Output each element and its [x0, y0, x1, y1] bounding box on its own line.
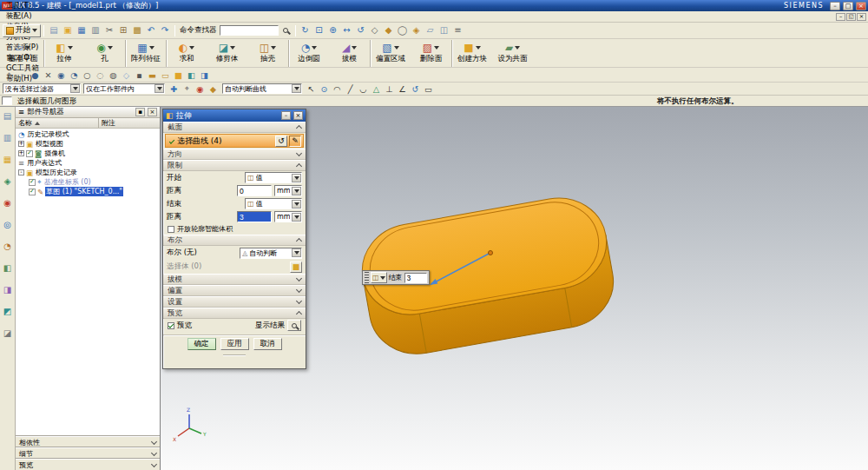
minimize-button[interactable]: – — [830, 2, 840, 10]
roles-icon[interactable]: ◩ — [2, 306, 14, 317]
arc-up-icon[interactable]: ◠ — [331, 83, 344, 95]
dropdown-arrow-icon[interactable] — [230, 46, 235, 50]
select-body-cube-icon[interactable]: ■ — [290, 261, 302, 273]
reverse-direction-button[interactable]: ↺ — [275, 136, 287, 147]
dialog-resize-grip[interactable] — [163, 353, 306, 357]
arc-center-icon[interactable]: ◉ — [55, 69, 68, 81]
select-body-row[interactable]: 选择体 (0) ■ — [163, 260, 306, 274]
tree-expand-toggle[interactable]: - — [18, 169, 24, 175]
wireframe-icon[interactable]: ◯ — [396, 24, 410, 37]
angle-icon[interactable]: ∠ — [396, 83, 409, 95]
mid-point-icon[interactable]: ● — [29, 69, 42, 81]
dropdown-arrow-icon[interactable] — [68, 46, 73, 50]
section-header-boolean[interactable]: 布尔 — [163, 235, 306, 246]
section-header-direction[interactable]: 方向 — [163, 149, 306, 160]
column-note[interactable]: 附注 — [99, 118, 160, 128]
web-browser-icon[interactable]: ◎ — [2, 219, 14, 230]
mdi-close-button[interactable]: × — [857, 13, 866, 21]
combo-arrow-icon[interactable] — [292, 248, 301, 257]
existing-point-icon[interactable]: ○ — [81, 69, 94, 81]
part-navigator-header[interactable]: ≡ 部件导航器 ▪ × — [16, 107, 160, 118]
curve-rule-combo[interactable]: 自动判断曲线 — [222, 83, 302, 94]
rotate-icon[interactable]: ↺ — [409, 83, 422, 95]
dropdown-arrow-icon[interactable] — [312, 46, 317, 50]
panel-menu-icon[interactable]: ≡ — [18, 108, 24, 116]
command-finder-search-icon[interactable] — [279, 24, 293, 36]
trim-body-button[interactable]: ◪ 修剪体 — [207, 40, 247, 67]
perspective-icon[interactable]: ◇ — [368, 24, 382, 37]
boolean-combo[interactable]: ◬ 自动判断 — [240, 248, 302, 259]
end-option-combo[interactable]: ◫ 值 — [245, 198, 302, 209]
section-header-offset[interactable]: 偏置 — [163, 285, 306, 296]
quadrant-icon[interactable]: ◔ — [68, 69, 81, 81]
tree-expand-toggle[interactable]: + — [18, 141, 24, 147]
menu-item[interactable]: 工具(T) — [2, 1, 43, 11]
arc-down-icon[interactable]: ◡ — [357, 83, 370, 95]
mdi-minimize-button[interactable]: – — [836, 13, 845, 21]
tree-checkbox[interactable]: ✓ — [26, 150, 33, 157]
refresh-icon[interactable]: ↻ — [299, 24, 312, 37]
make-coplanar-button[interactable]: ▰ 设为共面 — [492, 40, 533, 67]
dropdown-arrow-icon[interactable] — [189, 46, 194, 50]
triangle-icon[interactable]: △ — [370, 83, 383, 95]
save-icon[interactable]: ▦ — [75, 24, 89, 37]
shaded-icon[interactable]: ◆ — [382, 24, 396, 37]
dropdown-arrow-icon[interactable] — [149, 46, 155, 50]
tree-row[interactable]: ✓ ⌖ 基准坐标系 (0) — [16, 177, 160, 187]
shaded-edges-icon[interactable]: ◈ — [410, 24, 424, 37]
tree-expand-toggle[interactable]: + — [18, 150, 24, 156]
preview-checkbox[interactable] — [168, 322, 174, 329]
section-header-preview[interactable]: 预览 — [163, 308, 306, 319]
show-result-button[interactable] — [287, 320, 301, 331]
start-distance-input[interactable] — [237, 185, 272, 196]
filter-face-icon[interactable]: ◆ — [207, 83, 220, 95]
start-menu-button[interactable]: 开始 — [3, 24, 41, 37]
dropdown-arrow-icon[interactable] — [352, 46, 357, 50]
component-icon[interactable]: ◨ — [198, 69, 211, 81]
start-unit-combo[interactable]: mm — [274, 185, 302, 196]
feature-icon[interactable]: ◧ — [185, 69, 198, 81]
new-file-icon[interactable]: ▤ — [47, 24, 61, 37]
section-header-section[interactable]: 截面 — [163, 122, 306, 133]
point-on-curve-icon[interactable]: ◌ — [94, 69, 107, 81]
snap-point-icon[interactable]: ⌖ — [3, 69, 16, 81]
dropdown-arrow-icon[interactable] — [515, 46, 520, 50]
vertex-icon[interactable]: ▪ — [133, 69, 146, 81]
redo-icon[interactable]: ↷ — [158, 24, 172, 37]
pan-icon[interactable]: ↔ — [340, 24, 354, 37]
create-box-button[interactable]: ■ 创建方块 — [451, 40, 492, 67]
type-filter-combo[interactable]: 没有选择过滤器 — [3, 83, 81, 94]
end-unit-combo[interactable]: mm — [274, 211, 302, 222]
intersection-icon[interactable]: ✕ — [42, 69, 55, 81]
end-distance-onscreen-input[interactable] — [404, 273, 427, 283]
dropdown-arrow-icon[interactable] — [108, 46, 113, 50]
fit-view-icon[interactable]: ⊡ — [312, 24, 326, 37]
snapshot-icon[interactable]: ◫ — [437, 24, 451, 37]
cancel-button[interactable]: 取消 — [253, 338, 282, 350]
combo-arrow-icon[interactable] — [292, 84, 301, 93]
dropdown-arrow-icon[interactable] — [476, 46, 481, 50]
dropdown-arrow-icon[interactable] — [394, 46, 399, 50]
tree-row[interactable]: - ▣ 模型历史记录 — [16, 168, 160, 177]
panel-pin-button[interactable]: ▪ — [135, 108, 145, 116]
unite-button[interactable]: ◐ 求和 — [166, 40, 207, 67]
constraint-navigator-icon[interactable]: ▥ — [2, 132, 14, 143]
datum-icon[interactable]: ◇ — [120, 69, 133, 81]
delete-face-button[interactable]: ▨ 删除面 — [411, 40, 451, 67]
layers-icon[interactable]: ≡ — [451, 24, 465, 37]
hd3d-tool-icon[interactable]: ◉ — [2, 197, 14, 209]
sketch-section-button[interactable]: ✎ — [289, 136, 301, 147]
tree-row[interactable]: + ✓ ◙ 摄像机 — [16, 149, 160, 158]
draft-button[interactable]: ◢ 拔模 — [329, 40, 370, 67]
tree-row[interactable]: ≡ 用户表达式 — [16, 158, 160, 168]
select-add-icon[interactable]: ✚ — [168, 83, 181, 95]
mdi-restore-button[interactable]: ◱ — [846, 13, 856, 21]
apply-button[interactable]: 应用 — [220, 338, 249, 350]
tree-checkbox[interactable]: ✓ — [29, 189, 36, 195]
shell-button[interactable]: ◫ 抽壳 — [247, 40, 288, 67]
dialog-title-bar[interactable]: ◧ 拉伸 – × — [163, 109, 306, 122]
drag-grip-icon[interactable] — [365, 272, 369, 283]
part-navigator-icon[interactable]: ▦ — [2, 154, 14, 165]
section-header-settings[interactable]: 设置 — [163, 296, 306, 308]
manufacturing-wizard-icon[interactable]: ◨ — [2, 284, 14, 295]
